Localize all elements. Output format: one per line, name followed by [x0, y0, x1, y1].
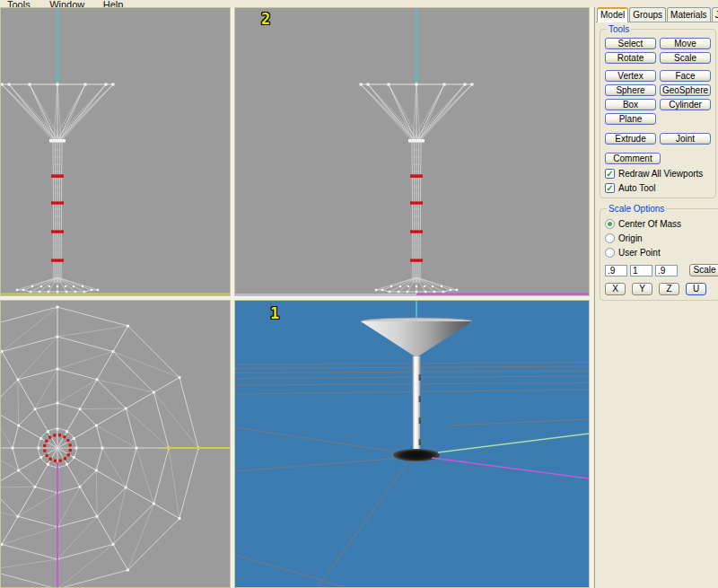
cylinder-button[interactable]: Cylinder	[660, 99, 711, 110]
tab-joints[interactable]: Joints	[712, 7, 718, 22]
viewport-front[interactable]	[0, 7, 231, 296]
vertex-button[interactable]: Vertex	[605, 70, 656, 82]
auto-tool-checkbox[interactable]: ✓ Auto Tool	[605, 183, 715, 193]
side-view-wireframe	[235, 8, 589, 295]
top-view-wireframe	[1, 301, 230, 587]
model-tab-body: Tools Select Move Rotate Scale Vertex Fa…	[596, 22, 718, 588]
center-of-mass-radio[interactable]: Center Of Mass	[605, 219, 718, 229]
face-button[interactable]: Face	[660, 70, 711, 82]
checkbox-label: Redraw All Viewports	[618, 169, 703, 179]
extrude-button[interactable]: Extrude	[605, 133, 656, 145]
scale-options-group: Scale Options Center Of Mass Origin User…	[600, 204, 718, 301]
viewport-perspective[interactable]: 1	[234, 300, 590, 588]
geosphere-button[interactable]: GeoSphere	[660, 84, 711, 96]
checkbox-check-icon: ✓	[605, 169, 615, 179]
viewport-workspace: 2 1	[0, 7, 593, 588]
axis-u-button[interactable]: U	[686, 283, 706, 295]
scale-x-input[interactable]	[605, 265, 627, 276]
tool-panel: Model Groups Materials Joints Tools Sele…	[594, 0, 718, 588]
checkbox-label: Auto Tool	[618, 183, 656, 193]
redraw-all-viewports-checkbox[interactable]: ✓ Redraw All Viewports	[605, 169, 715, 179]
perspective-shaded-view	[235, 301, 589, 587]
radio-label: Center Of Mass	[618, 219, 681, 229]
tab-groups[interactable]: Groups	[629, 7, 666, 22]
origin-radio[interactable]: Origin	[605, 233, 718, 243]
move-button[interactable]: Move	[660, 38, 711, 49]
axis-y-button[interactable]: Y	[632, 283, 652, 295]
scale-tool-button[interactable]: Scale	[660, 52, 711, 64]
scale-y-input[interactable]	[630, 265, 652, 276]
radio-icon	[605, 248, 615, 258]
tab-model[interactable]: Model	[597, 7, 628, 22]
menu-item-help[interactable]: Help	[103, 0, 124, 7]
viewport-number-label: 2	[261, 12, 270, 27]
comment-button[interactable]: Comment	[605, 153, 661, 164]
select-button[interactable]: Select	[605, 38, 656, 49]
radio-selected-icon	[605, 219, 615, 229]
box-button[interactable]: Box	[605, 99, 656, 110]
radio-icon	[605, 233, 615, 243]
axis-z-button[interactable]: Z	[659, 283, 679, 295]
menu-item-window[interactable]: Window	[49, 0, 84, 7]
scale-options-title: Scale Options	[607, 204, 666, 214]
plane-button[interactable]: Plane	[605, 113, 656, 125]
menu-bar: Tools Window Help	[0, 0, 718, 7]
scale-apply-button[interactable]: Scale	[689, 264, 718, 276]
checkbox-check-icon: ✓	[605, 183, 615, 193]
viewport-top[interactable]	[0, 300, 231, 588]
tab-materials[interactable]: Materials	[667, 7, 711, 22]
scale-z-input[interactable]	[655, 265, 678, 276]
axis-x-button[interactable]: X	[605, 283, 626, 295]
viewport-side[interactable]: 2	[234, 7, 590, 296]
front-view-wireframe	[1, 8, 230, 295]
viewport-number-label: 1	[270, 306, 279, 321]
menu-item-tools[interactable]: Tools	[7, 0, 31, 7]
sphere-button[interactable]: Sphere	[605, 84, 656, 96]
rotate-button[interactable]: Rotate	[605, 52, 656, 64]
user-point-radio[interactable]: User Point	[605, 248, 718, 258]
radio-label: Origin	[618, 233, 643, 243]
panel-tabs: Model Groups Materials Joints	[597, 7, 718, 22]
tools-group: Tools Select Move Rotate Scale Vertex Fa…	[600, 24, 716, 198]
radio-label: User Point	[618, 248, 661, 258]
tools-group-title: Tools	[607, 24, 631, 34]
joint-button[interactable]: Joint	[660, 133, 711, 145]
